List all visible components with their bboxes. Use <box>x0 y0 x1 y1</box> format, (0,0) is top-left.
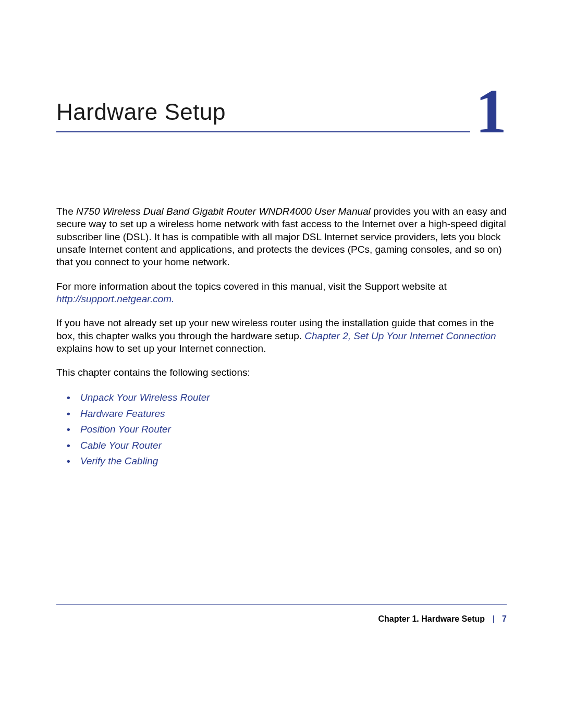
chapter-rule <box>56 131 507 132</box>
chapter-number: 1 <box>470 80 507 143</box>
intro-paragraph-2: For more information about the topics co… <box>56 280 507 306</box>
footer-chapter-label: Chapter 1. Hardware Setup <box>378 614 485 623</box>
footer-page-number: 7 <box>502 614 507 623</box>
p2-post: . <box>172 293 174 304</box>
manual-title: N750 Wireless Dual Band Gigabit Router W… <box>76 206 371 217</box>
chapter-2-link[interactable]: Chapter 2, Set Up Your Internet Connecti… <box>304 330 496 341</box>
p3-post: explains how to set up your Internet con… <box>56 343 266 354</box>
section-link[interactable]: Unpack Your Wireless Router <box>80 390 507 405</box>
p1-pre: The <box>56 206 76 217</box>
section-list: Unpack Your Wireless Router Hardware Fea… <box>56 390 507 469</box>
page-footer: Chapter 1. Hardware Setup | 7 <box>56 604 507 624</box>
manual-page: Hardware Setup 1 The N750 Wireless Dual … <box>0 0 563 728</box>
p2-pre: For more information about the topics co… <box>56 281 447 292</box>
chapter-title: Hardware Setup <box>56 99 507 131</box>
support-link[interactable]: http://support.netgear.com <box>56 293 172 304</box>
footer-separator: | <box>487 614 499 623</box>
footer-text: Chapter 1. Hardware Setup | 7 <box>56 614 507 624</box>
section-link[interactable]: Verify the Cabling <box>80 454 507 469</box>
section-link[interactable]: Hardware Features <box>80 406 507 422</box>
chapter-heading-block: Hardware Setup 1 <box>56 99 507 132</box>
sections-intro: This chapter contains the following sect… <box>56 366 507 379</box>
footer-rule <box>56 604 507 605</box>
section-link[interactable]: Cable Your Router <box>80 438 507 453</box>
intro-paragraph-1: The N750 Wireless Dual Band Gigabit Rout… <box>56 205 507 269</box>
intro-paragraph-3: If you have not already set up your new … <box>56 317 507 355</box>
section-link[interactable]: Position Your Router <box>80 422 507 437</box>
